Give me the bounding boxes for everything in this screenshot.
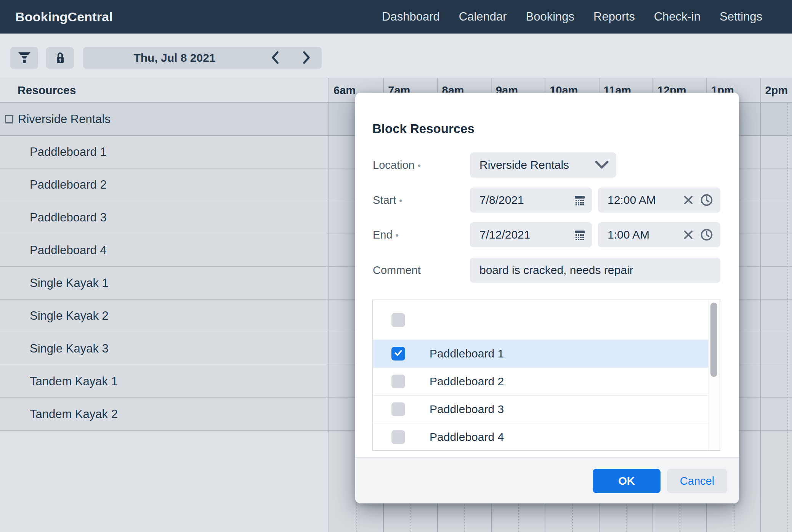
unchecked-checkbox[interactable] — [391, 402, 405, 416]
filter-icon — [18, 52, 31, 64]
checklist-items: Paddleboard 1Paddleboard 2Paddleboard 3P… — [373, 340, 720, 451]
resource-row[interactable]: Paddleboard 2 — [0, 168, 329, 201]
select-all-checkbox[interactable] — [391, 313, 405, 327]
current-date-label: Thu, Jul 8 2021 — [129, 47, 220, 69]
nav-item-settings[interactable]: Settings — [720, 10, 762, 24]
resource-row-label: Tandem Kayak 2 — [30, 407, 118, 421]
chevron-right-icon — [302, 51, 311, 65]
nav-item-bookings[interactable]: Bookings — [526, 10, 575, 24]
resource-checklist: Paddleboard 1Paddleboard 2Paddleboard 3P… — [372, 300, 720, 451]
resource-row-label: Paddleboard 1 — [30, 145, 107, 159]
chevron-left-icon — [271, 51, 279, 65]
resource-row-label: Paddleboard 4 — [30, 244, 107, 257]
checklist-item-label: Paddleboard 3 — [430, 403, 504, 416]
nav-item-dashboard[interactable]: Dashboard — [382, 10, 440, 24]
date-picker[interactable]: Thu, Jul 8 2021 — [83, 47, 322, 69]
checklist-row[interactable]: Paddleboard 1 — [373, 340, 720, 368]
clear-icon[interactable] — [683, 229, 694, 240]
nav-item-reports[interactable]: Reports — [593, 10, 635, 24]
resource-group-row[interactable]: Riverside Rentals — [0, 103, 329, 136]
resource-rows: Paddleboard 1Paddleboard 2Paddleboard 3P… — [0, 136, 329, 431]
dialog-footer: OK Cancel — [355, 457, 739, 503]
resource-row-label: Single Kayak 3 — [30, 342, 109, 356]
start-field-label: Start• — [373, 194, 402, 207]
resource-row[interactable]: Single Kayak 1 — [0, 267, 329, 300]
resource-row-label: Tandem Kayak 1 — [30, 375, 118, 388]
checklist-row[interactable]: Paddleboard 4 — [373, 423, 720, 451]
location-select[interactable]: Riverside Rentals — [470, 152, 616, 178]
app-logo: BookingCentral — [15, 10, 113, 24]
cancel-button[interactable]: Cancel — [667, 469, 727, 493]
calendar-icon[interactable] — [574, 194, 586, 206]
checklist-item-label: Paddleboard 2 — [430, 375, 504, 388]
calendar-icon[interactable] — [574, 229, 586, 241]
resource-row[interactable]: Tandem Kayak 2 — [0, 398, 329, 431]
resource-row[interactable]: Single Kayak 3 — [0, 332, 329, 365]
clock-icon[interactable] — [700, 228, 713, 242]
chevron-down-icon — [595, 159, 609, 173]
checklist-row[interactable]: Paddleboard 2 — [373, 368, 720, 396]
end-field-label: End• — [373, 229, 399, 241]
nav-item-calendar[interactable]: Calendar — [459, 10, 507, 24]
required-marker: • — [399, 195, 402, 206]
nav-item-checkin[interactable]: Check-in — [654, 10, 701, 24]
time-header-label: 6am — [333, 84, 356, 97]
checklist-item-label: Paddleboard 1 — [430, 347, 504, 360]
resources-column-header: Resources — [0, 78, 329, 103]
previous-day-button[interactable] — [265, 47, 286, 69]
filter-button[interactable] — [10, 47, 38, 69]
required-marker: • — [418, 160, 421, 171]
location-select-value: Riverside Rentals — [479, 159, 569, 171]
group-label: Riverside Rentals — [18, 112, 111, 126]
location-field-label: Location• — [373, 159, 421, 171]
start-time-input[interactable]: 12:00 AM — [598, 187, 720, 213]
comment-input[interactable]: board is cracked, needs repair — [470, 258, 720, 283]
resource-row[interactable]: Paddleboard 3 — [0, 201, 329, 234]
time-header-label: 2pm — [765, 84, 788, 97]
resource-row-label: Single Kayak 2 — [30, 309, 109, 323]
checklist-scrollbar[interactable] — [708, 300, 720, 450]
resource-row-label: Paddleboard 2 — [30, 178, 107, 192]
resource-row[interactable]: Tandem Kayak 1 — [0, 365, 329, 398]
ok-button[interactable]: OK — [593, 469, 661, 493]
resource-row[interactable]: Paddleboard 4 — [0, 234, 329, 267]
select-all-row[interactable] — [373, 300, 720, 340]
lock-button[interactable] — [46, 47, 74, 69]
block-resources-dialog: Block Resources Location• Riverside Rent… — [355, 93, 739, 503]
resource-row[interactable]: Paddleboard 1 — [0, 136, 329, 168]
time-header-cell: 2pm — [760, 78, 792, 103]
checked-checkbox[interactable] — [391, 347, 405, 361]
required-marker: • — [396, 230, 399, 240]
dialog-title: Block Resources — [372, 122, 475, 136]
resources-header-label: Resources — [18, 84, 76, 97]
clock-icon[interactable] — [700, 193, 713, 207]
group-expand-checkbox[interactable] — [5, 115, 13, 123]
scrollbar-thumb[interactable] — [710, 303, 717, 377]
unchecked-checkbox[interactable] — [391, 375, 405, 388]
unchecked-checkbox[interactable] — [391, 430, 405, 444]
end-time-input[interactable]: 1:00 AM — [598, 222, 720, 247]
resources-panel: Resources Riverside Rentals Paddleboard … — [0, 78, 329, 532]
resource-row-label: Paddleboard 3 — [30, 211, 107, 224]
comment-field-label: Comment — [373, 264, 421, 277]
next-day-button[interactable] — [296, 47, 317, 69]
checklist-row[interactable]: Paddleboard 3 — [373, 396, 720, 423]
scheduler-toolbar: Thu, Jul 8 2021 — [0, 34, 792, 78]
main-nav: DashboardCalendarBookingsReportsCheck-in… — [382, 10, 762, 24]
resource-row-label: Single Kayak 1 — [30, 276, 109, 290]
top-navbar: BookingCentral DashboardCalendarBookings… — [0, 0, 792, 34]
checklist-item-label: Paddleboard 4 — [430, 431, 504, 444]
end-date-input[interactable]: 7/12/2021 — [470, 222, 592, 247]
app-screen: BookingCentral DashboardCalendarBookings… — [0, 0, 792, 532]
clear-icon[interactable] — [683, 195, 694, 205]
checkmark-icon — [393, 348, 403, 359]
start-date-input[interactable]: 7/8/2021 — [470, 187, 592, 213]
lock-icon — [55, 51, 66, 64]
resource-row[interactable]: Single Kayak 2 — [0, 300, 329, 332]
